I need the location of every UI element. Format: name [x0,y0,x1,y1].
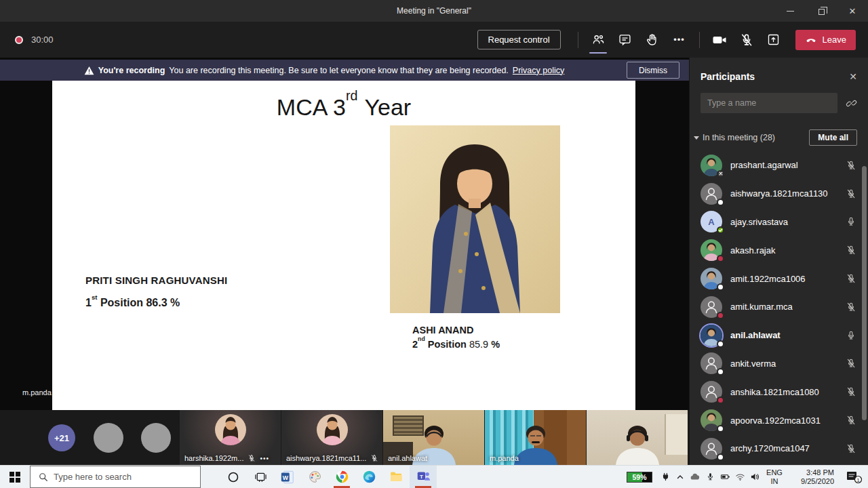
camera-button[interactable] [706,26,733,54]
privacy-policy-link[interactable]: Privacy policy [513,66,564,75]
minimize-button[interactable] [774,0,806,22]
copy-link-icon[interactable] [846,98,857,109]
more-participants-badge[interactable]: +21 [48,424,75,451]
teams-taskbar-button[interactable]: T [410,466,437,488]
cortana-button[interactable] [220,466,247,488]
file-explorer-button[interactable] [382,466,410,488]
participant-mic-muted-icon[interactable] [845,415,857,426]
word-taskbar-button[interactable]: W [274,466,301,488]
tray-expand-chevron-icon[interactable] [673,473,688,481]
video-tile[interactable]: harshika.1922m...••• [180,410,281,465]
taskbar-search[interactable] [30,466,201,488]
banner-message: You are recording this meeting. Be sure … [169,66,509,75]
participant-row[interactable]: amit.1922mca1006 [690,264,868,293]
video-tile-name: m.panda [490,454,519,462]
request-control-button[interactable]: Request control [477,30,561,49]
mic-muted-icon [248,454,256,462]
participant-row[interactable]: Aajay.srivastava [690,208,868,237]
mic-button[interactable] [733,26,760,54]
chrome-icon [335,470,349,484]
participant-mic-muted-icon[interactable] [845,245,857,256]
avatar-wrap [701,325,722,346]
more-actions-button[interactable]: ••• [666,26,693,54]
participant-mic-muted-icon[interactable] [845,358,857,369]
mic-on-icon [846,216,856,227]
restore-button[interactable] [806,0,837,22]
recording-banner: You're recording You are recording this … [0,60,689,81]
paint-icon [308,470,322,484]
participant-row[interactable]: amit.kumar.mca [690,293,868,321]
titlebar: Meeting in "General" ✕ [0,0,868,22]
presence-badge-unknown [717,425,724,432]
participants-header: Participants ✕ [690,58,868,82]
taskbar-search-input[interactable] [54,472,182,482]
participant-row[interactable]: anshika.1821mca1080 [690,378,868,406]
divider [578,32,578,48]
mic-muted-icon [739,33,754,47]
participant-placeholder-avatar[interactable] [94,423,123,453]
participant-mic-on-icon[interactable] [845,330,857,341]
video-tile[interactable]: anil.ahlawat [383,410,484,465]
avatar-wrap [701,352,722,374]
participant-row[interactable]: archy.1720mca1047 [690,434,868,463]
paint-taskbar-button[interactable] [301,466,328,488]
participant-placeholder-avatar[interactable] [141,423,171,453]
dismiss-button[interactable]: Dismiss [627,62,679,79]
scrollbar-thumb[interactable] [862,166,867,420]
tray-mic-icon[interactable] [703,472,717,481]
participant-mic-muted-icon[interactable] [845,386,857,397]
participant-mic-muted-icon[interactable] [845,273,857,284]
participant-row[interactable]: aishwarya.1821mca1130 [690,180,868,208]
edge-taskbar-button[interactable] [355,466,382,488]
language-indicator[interactable]: ENG IN [762,468,787,486]
tile-more-icon[interactable]: ••• [260,455,269,462]
participant-mic-muted-icon[interactable] [845,188,857,199]
participant-row[interactable]: prashant.agarwal [690,151,868,180]
participant-row[interactable]: apoorva.1922mca1031 [690,406,868,434]
window-controls: ✕ [774,0,868,22]
onedrive-icon[interactable] [688,472,703,483]
task-view-button[interactable] [247,466,274,488]
video-tile[interactable] [587,410,688,465]
wifi-icon[interactable] [732,472,747,481]
leave-button[interactable]: Leave [795,30,856,50]
chrome-taskbar-button[interactable] [328,466,355,488]
participant-mic-muted-icon[interactable] [845,160,857,171]
close-button[interactable]: ✕ [837,0,868,22]
participant-video-avatar [317,414,348,445]
chat-button[interactable] [612,26,639,54]
share-button[interactable] [760,26,787,54]
battery-percentage-indicator[interactable]: 59% [627,472,652,483]
share-screen-icon [766,33,781,47]
mic-muted-icon [846,302,856,312]
participants-toggle-button[interactable] [585,26,612,54]
action-center-button[interactable]: 1 [841,470,868,484]
clock[interactable]: 3:48 PM 9/25/2020 [791,468,834,486]
mic-muted-icon [846,358,856,369]
avatar-wrap: A [701,211,722,232]
raise-hand-button[interactable] [639,26,666,54]
teams-icon: T [416,470,431,484]
search-icon [39,472,48,482]
participant-name: amit.1922mca1006 [730,274,845,284]
mic-muted-icon [370,454,378,462]
participant-mic-muted-icon[interactable] [845,443,857,454]
participant-name: prashant.agarwal [730,160,845,170]
video-tile[interactable]: aishwarya.1821mca11... [281,410,382,465]
close-panel-icon[interactable]: ✕ [849,71,857,82]
start-button[interactable] [0,466,30,488]
tray-battery-icon[interactable] [717,472,732,481]
participant-row[interactable]: akash.rajak [690,236,868,264]
volume-icon[interactable] [747,472,762,481]
participant-search-input[interactable] [701,93,837,113]
mute-all-button[interactable]: Mute all [809,129,857,146]
video-tile[interactable]: m.panda [485,410,586,465]
participant-mic-on-icon[interactable] [845,216,857,227]
participant-mic-muted-icon[interactable] [845,302,857,312]
participant-row[interactable]: anil.ahlawat [690,321,868,350]
photo-avatar [317,414,348,445]
power-plug-icon[interactable] [658,472,673,481]
chevron-down-icon[interactable] [694,136,699,140]
participant-row[interactable]: ankit.verma [690,350,868,378]
language-line1: ENG [762,468,787,477]
